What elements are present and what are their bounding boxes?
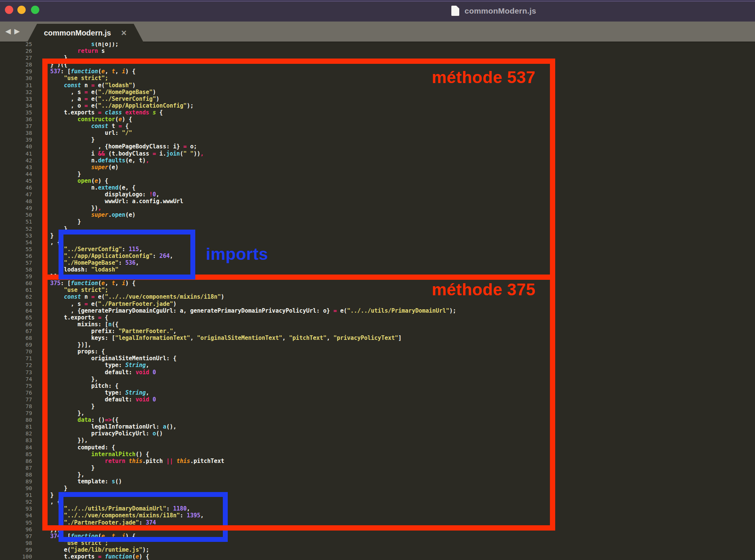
- code-line: 42 n.defaults(e, t),: [0, 157, 755, 164]
- line-number: 74: [0, 376, 32, 383]
- line-number: 69: [0, 341, 32, 348]
- line-number: 36: [0, 116, 32, 123]
- code-line: 40 , {homePageBodyClass: i} = o;: [0, 143, 755, 150]
- code-line: 87 }: [0, 464, 755, 471]
- line-number: 43: [0, 164, 32, 171]
- line-number: 63: [0, 301, 32, 307]
- code-line: 25 s(n[o]);: [0, 42, 755, 48]
- line-number: 39: [0, 136, 32, 143]
- code-line: 34 , o = e("../app/ApplicationConfig");: [0, 102, 755, 109]
- code-line: 64 , {generatePrimaryDomainCguUrl: a, ge…: [0, 307, 755, 314]
- line-number: 30: [0, 75, 32, 82]
- code-line: 53 }: [0, 232, 755, 239]
- code-line: 30 "use strict";: [0, 75, 755, 82]
- line-number: 50: [0, 211, 32, 218]
- line-number: 40: [0, 143, 32, 150]
- code-line: 92 , {: [0, 498, 755, 505]
- line-number: 28: [0, 61, 32, 68]
- forward-arrow-icon[interactable]: ▶: [14, 27, 20, 35]
- code-line: 73 default: void 0: [0, 369, 755, 376]
- code-line: 86 return this.pitch || this.pitchText: [0, 458, 755, 464]
- code-line: 33 , a = e("../ServerConfig"): [0, 96, 755, 102]
- code-line: 62 const n = e("../../vue/components/mix…: [0, 293, 755, 300]
- line-number: 51: [0, 218, 32, 225]
- line-number: 54: [0, 239, 32, 246]
- line-number: 38: [0, 130, 32, 136]
- code-line: 39 }: [0, 136, 755, 143]
- code-line: 81 legalInformationUrl: a(),: [0, 423, 755, 430]
- line-number: 99: [0, 546, 32, 553]
- line-number: 52: [0, 225, 32, 232]
- line-number: 61: [0, 287, 32, 293]
- code-line: 94 "../../vue/components/mixins/i18n": 1…: [0, 512, 755, 519]
- line-number: 97: [0, 533, 32, 540]
- line-number: 44: [0, 171, 32, 177]
- line-number: 47: [0, 191, 32, 198]
- line-number: 70: [0, 348, 32, 355]
- line-number: 77: [0, 396, 32, 403]
- title-bar-accent: [0, 0, 755, 2]
- code-line: 56 "../app/ApplicationConfig": 264,: [0, 253, 755, 259]
- code-editor[interactable]: 25 s(n[o]);26 return s27 }28 } )({29 537…: [0, 42, 755, 560]
- code-line: 78 }: [0, 403, 755, 410]
- code-line: 79 },: [0, 410, 755, 417]
- line-number: 100: [0, 553, 32, 560]
- line-number: 85: [0, 451, 32, 458]
- code-line: 44 }: [0, 171, 755, 177]
- back-arrow-icon[interactable]: ◀: [5, 27, 11, 35]
- line-number: 29: [0, 68, 32, 75]
- code-line: 100 t.exports = function(e) {: [0, 553, 755, 560]
- line-number: 49: [0, 205, 32, 211]
- code-line: 96 }],: [0, 526, 755, 533]
- window-title: commonModern.js: [465, 6, 536, 15]
- line-number: 78: [0, 403, 32, 410]
- line-number: 91: [0, 492, 32, 498]
- line-number: 42: [0, 157, 32, 164]
- code-line: 97 374: [function(e, t, i) {: [0, 533, 755, 540]
- code-line: 36 constructor(e) {: [0, 116, 755, 123]
- close-window-button[interactable]: [5, 6, 13, 14]
- tab-close-icon[interactable]: ✕: [121, 29, 127, 37]
- code-line: 88 },: [0, 471, 755, 478]
- line-number: 87: [0, 464, 32, 471]
- code-line: 61 "use strict";: [0, 287, 755, 293]
- line-number: 48: [0, 198, 32, 205]
- line-number: 82: [0, 430, 32, 437]
- code-line: 27 }: [0, 54, 755, 61]
- minimize-window-button[interactable]: [17, 6, 26, 14]
- line-number: 53: [0, 232, 32, 239]
- line-number: 89: [0, 478, 32, 485]
- code-line: 68 keys: ["legalInformationText", "origi…: [0, 335, 755, 341]
- line-number: 93: [0, 505, 32, 512]
- code-line: 58 lodash: "lodash": [0, 266, 755, 273]
- code-line: 60 375: [function(e, t, i) {: [0, 280, 755, 287]
- line-number: 83: [0, 437, 32, 444]
- code-line: 93 "../../utils/PrimaryDomainUrl": 1180,: [0, 505, 755, 512]
- line-number: 34: [0, 102, 32, 109]
- title-bar: commonModern.js: [0, 0, 755, 22]
- code-line: 47 displayLogo: !0,: [0, 191, 755, 198]
- code-line: 95 "./PartnerFooter.jade": 374: [0, 519, 755, 526]
- code-line: 63 , s = e("./PartnerFooter.jade"): [0, 301, 755, 307]
- code-line: 72 type: String,: [0, 362, 755, 369]
- line-number: 92: [0, 498, 32, 505]
- code-line: 66 mixins: [n({: [0, 321, 755, 328]
- tab-commonmodern-js[interactable]: commonModern.js ✕: [27, 24, 144, 42]
- code-line: 26 return s: [0, 48, 755, 54]
- line-number: 26: [0, 48, 32, 54]
- line-number: 86: [0, 458, 32, 464]
- code-line: 35 t.exports = class extends s {: [0, 109, 755, 116]
- line-number: 73: [0, 369, 32, 376]
- zoom-window-button[interactable]: [31, 6, 39, 14]
- line-number: 33: [0, 96, 32, 102]
- line-number: 98: [0, 540, 32, 546]
- line-number: 88: [0, 471, 32, 478]
- editor-window: commonModern.js ◀ ▶ commonModern.js ✕ 25…: [0, 0, 755, 560]
- line-number: 68: [0, 335, 32, 341]
- line-number: 37: [0, 123, 32, 130]
- code-line: 38 url: "/": [0, 130, 755, 136]
- line-number: 58: [0, 266, 32, 273]
- line-number: 76: [0, 389, 32, 396]
- tab-label: commonModern.js: [44, 29, 111, 37]
- line-number: 59: [0, 273, 32, 280]
